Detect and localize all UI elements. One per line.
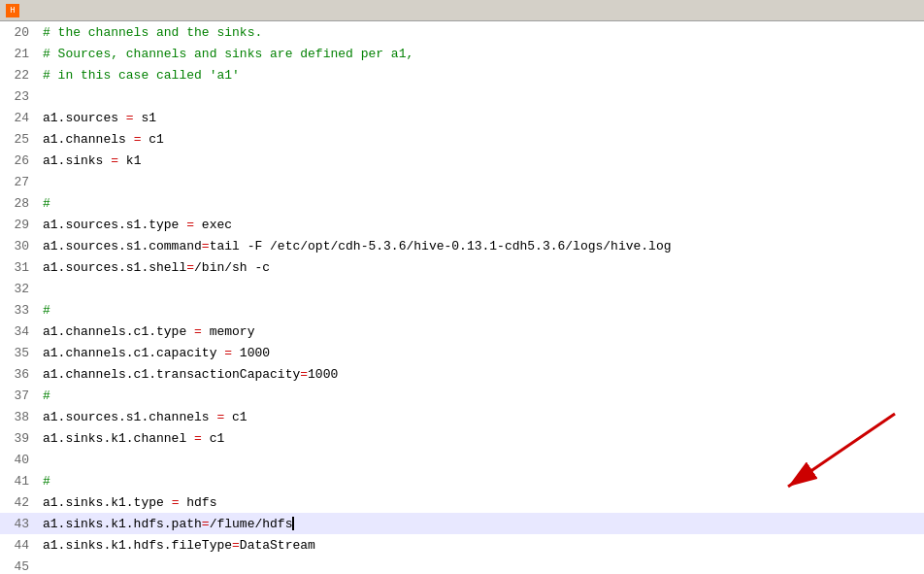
value-text: /flume/hdfs [210,517,293,531]
line-number: 24 [0,111,39,125]
equals-sign: = [186,431,209,446]
equals-sign: = [232,538,240,553]
line-number: 36 [0,367,39,382]
line-content: a1.sources.s1.shell=/bin/sh -c [39,260,270,275]
comment-text: # [43,388,50,403]
comment-text: # [43,303,50,318]
line-content: a1.sinks.k1.type = hdfs [39,495,216,510]
line-content: a1.channels.c1.type = memory [39,324,254,339]
code-line-44: 44a1.sinks.k1.hdfs.fileType=DataStream [0,534,924,556]
line-number: 22 [0,68,39,83]
line-number: 26 [0,153,39,168]
title-bar: H [0,0,924,21]
code-line-32: 32 [0,278,924,299]
code-line-25: 25a1.channels = c1 [0,128,924,150]
value-text: tail -F /etc/opt/cdh-5.3.6/hive-0.13.1-c… [210,239,672,253]
line-content: a1.sinks = k1 [39,153,141,168]
equals-sign: = [186,260,194,275]
key-text: a1.channels.c1.capacity [43,346,216,360]
value-text: s1 [141,111,156,125]
line-number: 25 [0,132,39,147]
equals-sign: = [118,111,141,125]
value-text: hdfs [186,495,216,510]
code-line-33: 33# [0,299,924,321]
key-text: a1.sinks.k1.hdfs.fileType [43,538,232,553]
line-content: # [39,388,50,403]
equals-sign: = [202,517,210,531]
line-content: # [39,303,50,318]
key-text: a1.sources.s1.shell [43,260,186,275]
value-text: k1 [126,153,142,168]
equals-sign: = [164,495,186,510]
value-text: 1000 [240,346,270,360]
key-text: a1.channels [43,132,126,147]
equals-sign: = [216,346,239,360]
key-text: a1.sinks.k1.hdfs.path [43,517,202,531]
code-line-39: 39a1.sinks.k1.channel = c1 [0,427,924,449]
line-content: # [39,474,50,489]
line-number: 42 [0,495,39,510]
equals-sign: = [186,324,209,339]
code-line-38: 38a1.sources.s1.channels = c1 [0,406,924,427]
equals-sign: = [103,153,125,168]
line-number: 32 [0,282,39,296]
code-line-40: 40 [0,449,924,470]
line-number: 30 [0,239,39,253]
code-line-28: 28# [0,192,924,214]
comment-text: # [43,196,50,211]
key-text: a1.channels.c1.transactionCapacity [43,367,300,382]
comment-text: # [43,474,50,489]
value-text: /bin/sh -c [194,260,270,275]
line-number: 31 [0,260,39,275]
code-line-43: 43a1.sinks.k1.hdfs.path=/flume/hdfs [0,513,924,534]
code-line-26: 26a1.sinks = k1 [0,150,924,171]
key-text: a1.sinks.k1.channel [43,431,186,446]
key-text: a1.sources.s1.type [43,218,179,232]
key-text: a1.sinks.k1.type [43,495,164,510]
line-number: 23 [0,89,39,104]
code-line-42: 42a1.sinks.k1.type = hdfs [0,491,924,513]
line-content: a1.sinks.k1.hdfs.fileType=DataStream [39,538,315,553]
line-number: 33 [0,303,39,318]
code-line-45: 45 [0,556,924,574]
line-number: 34 [0,324,39,339]
code-line-31: 31a1.sources.s1.shell=/bin/sh -c [0,256,924,278]
line-content: # in this case called 'a1' [39,68,240,83]
line-content: a1.sources = s1 [39,111,156,125]
text-cursor [292,517,294,530]
line-number: 40 [0,453,39,467]
file-icon: H [6,4,19,17]
code-line-41: 41# [0,470,924,491]
equals-sign: = [179,218,201,232]
code-line-20: 20# the channels and the sinks. [0,21,924,43]
line-content: a1.sinks.k1.hdfs.path=/flume/hdfs [39,517,294,531]
line-content: a1.sources.s1.type = exec [39,218,232,232]
line-content: a1.sources.s1.channels = c1 [39,410,248,424]
line-number: 43 [0,517,39,531]
value-text: c1 [210,431,225,446]
line-number: 29 [0,218,39,232]
line-number: 21 [0,47,39,61]
code-line-36: 36a1.channels.c1.transactionCapacity=100… [0,363,924,385]
equals-sign: = [126,132,148,147]
line-content: a1.sinks.k1.channel = c1 [39,431,224,446]
line-content: a1.channels.c1.capacity = 1000 [39,346,270,360]
line-content: # Sources, channels and sinks are define… [39,47,413,61]
code-line-24: 24a1.sources = s1 [0,107,924,128]
equals-sign: = [210,410,232,424]
code-line-27: 27 [0,171,924,192]
code-line-29: 29a1.sources.s1.type = exec [0,214,924,235]
code-line-22: 22# in this case called 'a1' [0,64,924,85]
key-text: a1.sources [43,111,118,125]
key-text: a1.sources.s1.channels [43,410,210,424]
code-line-34: 34a1.channels.c1.type = memory [0,321,924,342]
value-text: memory [210,324,255,339]
code-line-23: 23 [0,85,924,107]
line-content: a1.sources.s1.command=tail -F /etc/opt/c… [39,239,672,253]
line-number: 20 [0,25,39,40]
value-text: c1 [148,132,164,147]
line-number: 35 [0,346,39,360]
code-line-37: 37# [0,385,924,406]
value-text: exec [202,218,232,232]
code-line-35: 35a1.channels.c1.capacity = 1000 [0,342,924,363]
